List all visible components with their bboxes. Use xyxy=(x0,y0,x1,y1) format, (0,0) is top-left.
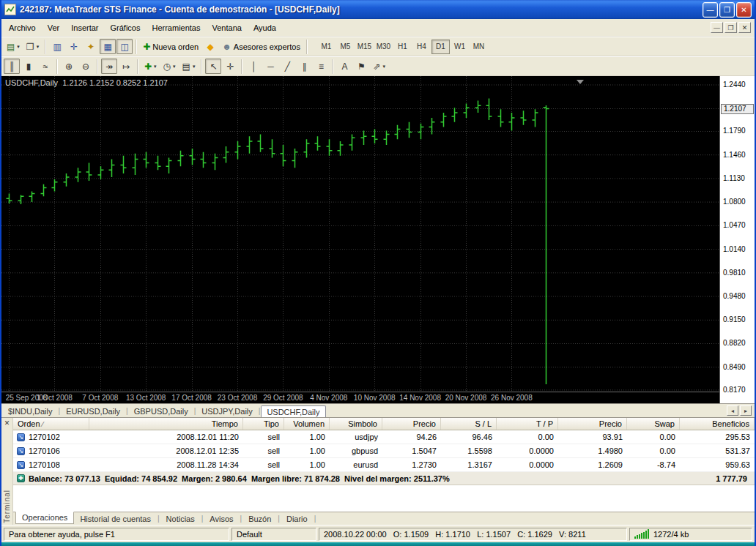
sort-ascending-icon: ∕ xyxy=(42,420,44,428)
indicators-button[interactable]: ✚▾ xyxy=(141,59,160,74)
menu-item-ventana[interactable]: Ventana xyxy=(207,20,248,35)
cell-profit: 959.63 xyxy=(680,458,755,471)
desktop-edge xyxy=(1,542,755,546)
sell-order-icon: ↘ xyxy=(17,433,25,441)
chart-tab-usdjpy-daily[interactable]: USDJPY,Daily xyxy=(196,405,258,416)
horizontal-line-button[interactable]: ─ xyxy=(262,59,278,74)
market-watch-button[interactable]: ▥ xyxy=(49,39,65,54)
column-header-price2[interactable]: Precio xyxy=(558,418,627,430)
timeframe-m15-button[interactable]: M15 xyxy=(355,40,374,54)
periods-button[interactable]: ◷▾ xyxy=(160,59,179,74)
mdi-restore-button[interactable]: ❐ xyxy=(724,22,737,33)
terminal-tab-operaciones[interactable]: Operaciones xyxy=(15,512,74,524)
chart-tabs-scroll-left-button[interactable]: ◂ xyxy=(727,405,738,416)
terminal-tab-historial-de-cuentas[interactable]: Historial de cuentas xyxy=(74,514,157,524)
column-header-price[interactable]: Precio xyxy=(382,418,441,430)
arrows-button[interactable]: ⇗▾ xyxy=(370,59,388,74)
price-chart-svg[interactable]: 25 Sep 20081 Oct 20087 Oct 200813 Oct 20… xyxy=(1,76,719,403)
chart-tab-$indu-daily[interactable]: $INDU,Daily xyxy=(3,405,58,416)
text-label-button[interactable]: ⚑ xyxy=(353,59,369,74)
chart-tab-usdchf-daily[interactable]: USDCHF,Daily xyxy=(261,405,325,418)
metatrader-window: 242187: MetaTrader STS Finance - Cuenta … xyxy=(0,0,756,546)
column-header-order[interactable]: Orden∕ xyxy=(13,418,89,430)
expert-advisors-button[interactable]: ☻Asesores expertos xyxy=(219,39,303,54)
chart-plot[interactable]: 25 Sep 20081 Oct 20087 Oct 200813 Oct 20… xyxy=(1,76,719,403)
terminal-close-button[interactable]: ✕ xyxy=(3,419,12,428)
auto-scroll-button[interactable]: ↠ xyxy=(101,59,117,74)
timeframe-m5-button[interactable]: M5 xyxy=(336,40,355,54)
column-header-sl[interactable]: S / L xyxy=(441,418,497,430)
menu-item-ver[interactable]: Ver xyxy=(42,20,66,35)
new-order-button[interactable]: ✚Nueva orden xyxy=(140,39,201,54)
menu-item-gr-ficos[interactable]: Gráficos xyxy=(105,20,147,35)
navigator-button[interactable]: ✦ xyxy=(83,39,99,54)
column-header-symbol[interactable]: Simbolo xyxy=(330,418,382,430)
data-window-button[interactable]: ✛ xyxy=(66,39,82,54)
chart-tab-gbpusd-daily[interactable]: GBPUSD,Daily xyxy=(129,405,193,416)
profiles-button[interactable]: ❐▾ xyxy=(23,39,42,54)
bar-chart-button[interactable]: ║ xyxy=(4,59,20,74)
terminal-tab-buz-n[interactable]: Buzón xyxy=(242,514,277,524)
strategy-tester-button[interactable]: ◫ xyxy=(116,39,133,54)
order-row[interactable]: ↘12701022008.12.01 11:20sell1.00usdjpy94… xyxy=(13,430,755,444)
app-icon xyxy=(4,4,16,15)
menu-item-insertar[interactable]: Insertar xyxy=(65,20,104,35)
status-profile[interactable]: Default xyxy=(231,528,316,541)
terminal-button[interactable]: ▦ xyxy=(100,39,116,54)
window-restore-button[interactable]: ❐ xyxy=(719,2,735,18)
cell-sl: 1.3167 xyxy=(441,458,497,471)
chart-shift-icon: ↦ xyxy=(122,62,130,71)
timeframe-d1-button[interactable]: D1 xyxy=(431,40,450,54)
column-header-volume[interactable]: Volumen xyxy=(284,418,330,430)
chart-shift-button[interactable]: ↦ xyxy=(118,59,134,74)
menu-item-herramientas[interactable]: Herramientas xyxy=(146,20,206,35)
line-chart-button[interactable]: ≈ xyxy=(37,59,53,74)
terminal-tab-avisos[interactable]: Avisos xyxy=(204,514,239,524)
zoom-in-button[interactable]: ⊕ xyxy=(61,59,77,74)
timeframe-w1-button[interactable]: W1 xyxy=(451,40,469,54)
timeframe-m30-button[interactable]: M30 xyxy=(374,40,393,54)
new-chart-button[interactable]: ▤▾ xyxy=(4,39,23,54)
column-header-tp[interactable]: T / P xyxy=(497,418,558,430)
mdi-minimize-button[interactable]: — xyxy=(711,22,723,33)
timeframe-h4-button[interactable]: H4 xyxy=(412,40,431,54)
cursor-button[interactable]: ↖ xyxy=(205,59,221,74)
text-button[interactable]: A xyxy=(336,59,352,74)
terminal-tab-diario[interactable]: Diario xyxy=(281,514,314,524)
status-quote-readout: 2008.10.22 00:00 O: 1.1509 H: 1.1710 L: … xyxy=(319,528,627,541)
cell-type: sell xyxy=(243,444,284,457)
chart-tabs-scroll-right-button[interactable]: ▸ xyxy=(740,405,752,416)
window-close-button[interactable]: ✕ xyxy=(736,2,752,18)
menu-item-archivo[interactable]: Archivo xyxy=(3,20,42,35)
timeframe-mn-button[interactable]: MN xyxy=(470,40,488,54)
order-row[interactable]: ↘12701082008.11.28 14:34sell1.00eurusd1.… xyxy=(13,458,755,472)
menu-item-ayuda[interactable]: Ayuda xyxy=(248,20,282,35)
timeframe-h1-button[interactable]: H1 xyxy=(393,40,412,54)
column-header-time[interactable]: Tiempo xyxy=(89,418,243,430)
crosshair-button[interactable]: ✛ xyxy=(222,59,238,74)
vertical-line-button[interactable]: │ xyxy=(245,59,262,74)
fibonacci-button[interactable]: ≡ xyxy=(313,59,329,74)
terminal-tab-noticias[interactable]: Noticias xyxy=(160,514,201,524)
column-label: S / L xyxy=(475,419,492,428)
price-axis-label: 1.0470 xyxy=(723,222,746,229)
candlestick-chart-button[interactable]: ▮ xyxy=(21,59,37,74)
mdi-close-button[interactable]: ✕ xyxy=(738,22,751,33)
column-label: Precio xyxy=(413,419,436,428)
horizontal-line-icon: ─ xyxy=(267,62,274,71)
cell-type: sell xyxy=(243,430,284,444)
metaeditor-button[interactable]: ◆ xyxy=(202,39,218,54)
price-axis[interactable]: 1.24401.17901.14601.11301.08001.04701.01… xyxy=(719,76,755,403)
column-header-swap[interactable]: Swap xyxy=(627,418,680,430)
templates-button[interactable]: ▤▾ xyxy=(179,59,199,74)
trendline-button[interactable]: ╱ xyxy=(279,59,295,74)
column-header-type[interactable]: Tipo xyxy=(243,418,284,430)
zoom-out-button[interactable]: ⊖ xyxy=(78,59,94,74)
column-header-profit[interactable]: Beneficios xyxy=(680,418,755,430)
chart-tab-eurusd-daily[interactable]: EURUSD,Daily xyxy=(61,405,125,416)
order-row[interactable]: ↘12701062008.12.01 12:35sell1.00gbpusd1.… xyxy=(13,444,755,458)
status-connection[interactable]: 1272/4 kb xyxy=(629,528,752,541)
timeframe-m1-button[interactable]: M1 xyxy=(317,40,336,54)
window-minimize-button[interactable]: — xyxy=(703,2,718,18)
equidistant-channel-button[interactable]: ∥ xyxy=(296,59,312,74)
